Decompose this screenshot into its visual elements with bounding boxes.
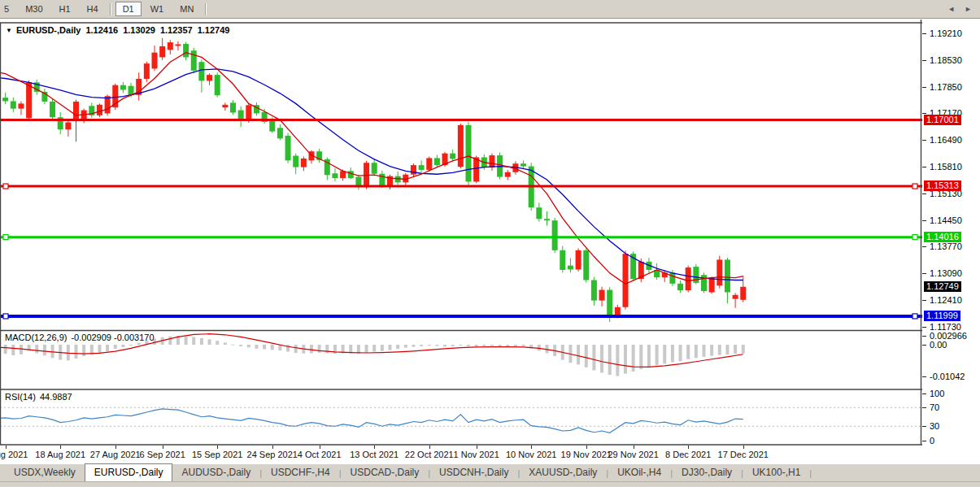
macd-histogram-bar xyxy=(192,337,195,345)
tab-scroll-right-button[interactable]: ► xyxy=(965,5,972,13)
candle-body xyxy=(222,105,228,107)
date-tick-label: 17 Dec 2021 xyxy=(718,450,769,459)
price-axis[interactable]: 1.192101.185301.178501.171701.164901.158… xyxy=(922,20,980,446)
price-level-badge: 1.12749 xyxy=(924,281,961,292)
candle-body xyxy=(2,98,8,101)
chart-tab-usdcad-daily[interactable]: USDCAD-,Daily xyxy=(342,464,429,481)
chart-tab-usdcnh-daily[interactable]: USDCNH-,Daily xyxy=(430,464,517,481)
macd-histogram-bar xyxy=(168,337,172,345)
price-tick-label: 1.14450 xyxy=(930,215,962,225)
date-tick-mark xyxy=(429,446,430,449)
rsi-tick-mark xyxy=(922,426,926,427)
macd-histogram-bar xyxy=(263,345,266,350)
date-tick-label: 1 Nov 2021 xyxy=(454,450,499,459)
price-tick-label: 1.19210 xyxy=(930,28,962,38)
price-tick-mark xyxy=(922,220,926,221)
timeframe-button-M30[interactable]: M30 xyxy=(18,2,50,16)
candle-body xyxy=(740,287,746,300)
macd-histogram-bar xyxy=(372,345,376,352)
price-tick-mark xyxy=(922,246,926,247)
candle-body xyxy=(128,86,134,95)
candle-body xyxy=(520,163,526,166)
candle-body xyxy=(677,284,683,290)
timeframe-button-H1[interactable]: H1 xyxy=(52,2,78,16)
date-tick-mark xyxy=(634,446,634,449)
candle-body xyxy=(583,250,589,280)
rsi-tick-mark xyxy=(922,441,926,441)
macd-histogram-bar xyxy=(255,345,258,349)
tab-scroll-left-button[interactable]: ◄ xyxy=(947,5,955,13)
macd-tick-mark xyxy=(922,345,926,346)
chart-tab-audusd-daily[interactable]: AUDUSD-,Daily xyxy=(172,464,259,481)
tab-scroll-controls: ◄ ► xyxy=(947,5,972,13)
macd-histogram-bar xyxy=(585,345,588,367)
macd-tick-label: -0.01042 xyxy=(930,372,965,381)
macd-histogram-bar xyxy=(35,345,38,353)
macd-histogram-bar xyxy=(725,345,729,354)
macd-histogram-bar xyxy=(247,345,250,347)
chart-tab-usdx-weekly[interactable]: USDX,Weekly xyxy=(5,464,85,481)
timeframe-button-D1[interactable]: D1 xyxy=(115,2,142,16)
macd-histogram-bar xyxy=(286,345,290,352)
candle-body xyxy=(18,103,24,108)
macd-histogram-bar xyxy=(121,345,124,347)
candle-body xyxy=(615,307,621,316)
date-tick-mark xyxy=(272,446,273,449)
macd-histogram-bar xyxy=(294,345,298,353)
price-tick-mark xyxy=(922,193,926,194)
candle-body xyxy=(489,155,494,167)
chart-tab-usdchf-h4[interactable]: USDCHF-,H4 xyxy=(262,464,339,481)
candle-body xyxy=(73,102,79,120)
timeframe-button-W1[interactable]: W1 xyxy=(143,2,172,16)
chart-tab-xauusd-daily[interactable]: XAUUSD-,Daily xyxy=(520,464,606,481)
macd-histogram-bar xyxy=(703,345,706,357)
timeframe-button-H4[interactable]: H4 xyxy=(80,2,106,16)
chart-tab-eurusd-daily[interactable]: EURUSD-,Daily xyxy=(85,463,173,481)
timeframe-button-MN[interactable]: MN xyxy=(172,2,201,16)
macd-histogram-bar xyxy=(734,345,737,354)
candle-body xyxy=(246,105,251,120)
macd-histogram-bar xyxy=(656,345,659,365)
price-tick-mark xyxy=(922,167,926,167)
macd-histogram-bar xyxy=(499,345,502,346)
macd-histogram-bar xyxy=(686,345,690,359)
candle-body xyxy=(458,125,464,167)
chart-dropdown-icon[interactable]: ▼ xyxy=(6,27,12,34)
macd-histogram-bar xyxy=(718,345,721,355)
macd-histogram-bar xyxy=(624,345,627,374)
chart-canvas[interactable] xyxy=(0,20,922,446)
candle-body xyxy=(426,158,432,169)
macd-tick-mark xyxy=(922,336,926,337)
macd-histogram-bar xyxy=(616,345,619,376)
chart-tab-bar: USDX,WeeklyEURUSD-,DailyAUDUSD-,Daily|US… xyxy=(0,463,980,481)
macd-histogram-bar xyxy=(671,345,674,362)
date-tick-mark xyxy=(688,446,689,449)
timeframe-button-5[interactable]: 5 xyxy=(0,2,16,16)
price-tick-mark xyxy=(922,33,926,34)
hline-handle xyxy=(3,235,8,240)
candle-body xyxy=(450,154,455,159)
price-tick-label: 1.12410 xyxy=(930,295,962,305)
date-tick-label: 15 Sep 2021 xyxy=(192,450,242,459)
date-tick-mark xyxy=(60,446,61,449)
candle-body xyxy=(191,50,197,71)
macd-histogram-bar xyxy=(129,345,133,346)
price-tick-label: 1.13770 xyxy=(930,241,962,251)
price-level-badge: 1.17001 xyxy=(924,115,961,125)
chart-tab-dj30-daily[interactable]: DJ30-,Daily xyxy=(673,464,741,481)
tab-separator: | xyxy=(809,468,812,481)
chart-tab-uk100-h1[interactable]: UK100-,H1 xyxy=(743,464,809,481)
date-axis[interactable]: 9 Aug 202118 Aug 202127 Aug 20216 Sep 20… xyxy=(0,446,922,463)
date-tick-mark xyxy=(320,446,320,449)
macd-histogram-bar xyxy=(11,345,15,355)
chart-tab-ukoil-h4[interactable]: UKOil-,H4 xyxy=(608,464,670,481)
candle-body xyxy=(411,165,416,175)
candle-body xyxy=(285,136,291,160)
candle-body xyxy=(725,259,730,292)
candle-body xyxy=(50,102,55,117)
date-tick-label: 13 Oct 2021 xyxy=(350,450,399,459)
rsi-tick-label: 30 xyxy=(930,421,939,431)
toolbar-separator xyxy=(110,3,111,15)
macd-histogram-bar xyxy=(577,345,580,364)
price-level-badge: 1.14016 xyxy=(924,232,961,242)
